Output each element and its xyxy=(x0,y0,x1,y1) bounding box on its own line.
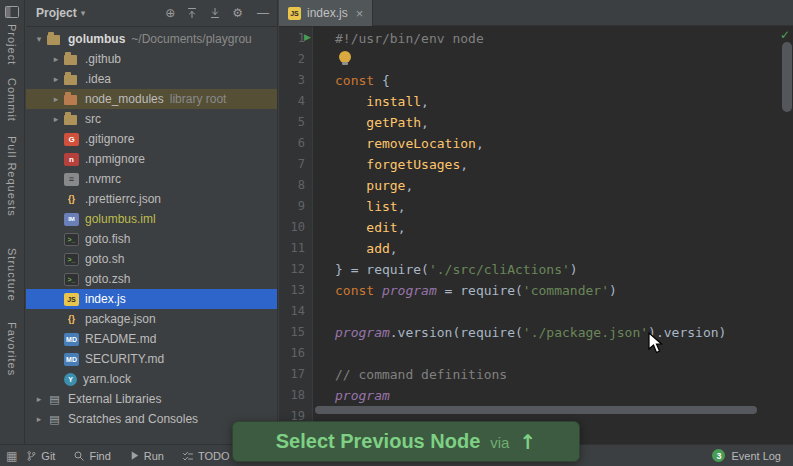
statusbar-item-git[interactable]: Git xyxy=(26,450,55,462)
line-content: purge, xyxy=(335,175,413,196)
event-log-label[interactable]: Event Log xyxy=(731,450,781,462)
folder-icon xyxy=(64,55,77,65)
statusbar-label: Find xyxy=(89,450,110,462)
expand-all-icon[interactable] xyxy=(186,7,198,19)
tree-item-yarn.lock[interactable]: Yyarn.lock xyxy=(26,369,277,389)
statusbar-item-find[interactable]: Find xyxy=(73,450,110,462)
collapse-all-icon[interactable] xyxy=(209,7,221,19)
tree-item-SECURITY.md[interactable]: MDSECURITY.md xyxy=(26,349,277,369)
inspections-ok-icon[interactable]: ✓ xyxy=(780,28,790,42)
code-token: ) xyxy=(609,283,617,298)
horizontal-scrollbar-thumb[interactable] xyxy=(315,406,757,414)
tree-item-node_modules[interactable]: ▸node_moduleslibrary root xyxy=(26,89,277,109)
line-number: 7 xyxy=(279,154,305,175)
tree-item-golumbus[interactable]: ▾golumbus~/Documents/playgrou xyxy=(26,29,277,49)
hide-panel-icon[interactable]: — xyxy=(257,6,269,20)
code-line-7[interactable]: 7 forgetUsages, xyxy=(279,154,780,175)
run-gutter-icon[interactable]: ▶ xyxy=(304,32,311,42)
line-content: program xyxy=(335,385,390,406)
statusbar-item-todo[interactable]: TODO xyxy=(182,450,230,462)
statusbar-item-run[interactable]: Run xyxy=(129,450,164,462)
code-line-8[interactable]: 8 purge, xyxy=(279,175,780,196)
tree-item-.gitignore[interactable]: G.gitignore xyxy=(26,129,277,149)
tree-item-README.md[interactable]: MDREADME.md xyxy=(26,329,277,349)
tree-item-.github[interactable]: ▸.github xyxy=(26,49,277,69)
event-log-badge[interactable]: 3 xyxy=(712,449,725,462)
intention-bulb-icon[interactable] xyxy=(339,51,351,63)
chevron-closed-icon[interactable]: ▸ xyxy=(48,114,64,124)
chevron-closed-icon[interactable]: ▸ xyxy=(48,94,64,104)
tree-item-label: README.md xyxy=(85,332,156,346)
tree-item-label: .prettierrc.json xyxy=(85,192,161,206)
tree-item-package.json[interactable]: {}package.json xyxy=(26,309,277,329)
project-tree: ▾golumbus~/Documents/playgrou▸.github▸.i… xyxy=(26,27,277,444)
editor-area: JS index.js × ▶ 1#!/usr/bin/env node23co… xyxy=(279,0,793,444)
code-line-17[interactable]: 17// command definitions xyxy=(279,364,780,385)
tab-index-js[interactable]: JS index.js × xyxy=(279,0,373,26)
stripe-item-favorites[interactable]: Favorites xyxy=(6,322,18,376)
tree-item-src[interactable]: ▸src xyxy=(26,109,277,129)
code-line-2[interactable]: 2 xyxy=(279,49,780,70)
tree-item-label: node_modules xyxy=(85,92,164,106)
folder-icon xyxy=(47,35,60,45)
caret-down-icon[interactable]: ▾ xyxy=(81,8,86,18)
line-number: 6 xyxy=(279,133,305,154)
tree-item-label: External Libraries xyxy=(68,392,161,406)
tree-item-goto.sh[interactable]: >_goto.sh xyxy=(26,249,277,269)
close-tab-icon[interactable]: × xyxy=(356,7,364,20)
code-line-1[interactable]: 1#!/usr/bin/env node xyxy=(279,28,780,49)
stripe-item-commit[interactable]: Commit xyxy=(6,78,18,122)
tree-item-External Libraries[interactable]: ▸▤External Libraries xyxy=(26,389,277,409)
tree-item-goto.zsh[interactable]: >_goto.zsh xyxy=(26,269,277,289)
file-icon: ≡ xyxy=(64,173,79,186)
chevron-closed-icon[interactable]: ▸ xyxy=(48,54,64,64)
tool-window-switcher-icon[interactable]: ▦ xyxy=(6,449,17,463)
tree-item-.npmignore[interactable]: n.npmignore xyxy=(26,149,277,169)
project-panel: Project ▾ ⊕ ⚙ — ▾golumbus~/Documents/pla… xyxy=(26,0,278,444)
chevron-closed-icon[interactable]: ▸ xyxy=(48,74,64,84)
line-content: install, xyxy=(335,91,429,112)
tree-item-hint: library root xyxy=(170,92,227,106)
code-line-16[interactable]: 16 xyxy=(279,343,780,364)
code-line-12[interactable]: 12} = require('./src/cliActions') xyxy=(279,259,780,280)
code-line-3[interactable]: 3const { xyxy=(279,70,780,91)
shell-icon: >_ xyxy=(64,273,79,286)
tree-item-.prettierrc.json[interactable]: {}.prettierrc.json xyxy=(26,189,277,209)
code-line-6[interactable]: 6 removeLocation, xyxy=(279,133,780,154)
stripe-item-pull-requests[interactable]: Pull Requests xyxy=(6,136,18,217)
scratches-icon: ▤ xyxy=(47,413,62,426)
code-token: , xyxy=(476,136,484,151)
tree-item-.nvmrc[interactable]: ≡.nvmrc xyxy=(26,169,277,189)
stripe-item-project[interactable]: Project xyxy=(6,24,18,65)
line-number: 4 xyxy=(279,91,305,112)
tree-item-index.js[interactable]: JSindex.js xyxy=(26,289,277,309)
json-icon: {} xyxy=(64,313,79,326)
code-token xyxy=(335,241,366,256)
code-token xyxy=(374,283,382,298)
code-line-4[interactable]: 4 install, xyxy=(279,91,780,112)
code-line-9[interactable]: 9 list, xyxy=(279,196,780,217)
project-tool-window-icon[interactable] xyxy=(4,4,20,20)
settings-gear-icon[interactable]: ⚙ xyxy=(232,7,243,19)
chevron-closed-icon[interactable]: ▸ xyxy=(31,414,47,424)
code-line-5[interactable]: 5 getPath, xyxy=(279,112,780,133)
code-line-11[interactable]: 11 add, xyxy=(279,238,780,259)
code-token: , xyxy=(398,220,406,235)
chevron-closed-icon[interactable]: ▸ xyxy=(31,394,47,404)
code-token: program xyxy=(382,283,437,298)
stripe-item-structure[interactable]: Structure xyxy=(6,248,18,302)
chevron-open-icon[interactable]: ▾ xyxy=(31,34,47,44)
code-line-13[interactable]: 13const program = require('commander') xyxy=(279,280,780,301)
code-line-18[interactable]: 18program xyxy=(279,385,780,406)
tree-item-label: Scratches and Consoles xyxy=(68,412,198,426)
locate-file-icon[interactable]: ⊕ xyxy=(165,7,175,19)
vertical-scrollbar-thumb[interactable] xyxy=(782,42,792,112)
code-line-14[interactable]: 14 xyxy=(279,301,780,322)
code-line-10[interactable]: 10 edit, xyxy=(279,217,780,238)
tree-item-goto.fish[interactable]: >_goto.fish xyxy=(26,229,277,249)
code-line-15[interactable]: 15program.version(require('./package.jso… xyxy=(279,322,780,343)
project-panel-title[interactable]: Project xyxy=(36,6,77,20)
tree-item-.idea[interactable]: ▸.idea xyxy=(26,69,277,89)
code-token: program xyxy=(335,325,390,340)
tree-item-golumbus.iml[interactable]: IMgolumbus.iml xyxy=(26,209,277,229)
